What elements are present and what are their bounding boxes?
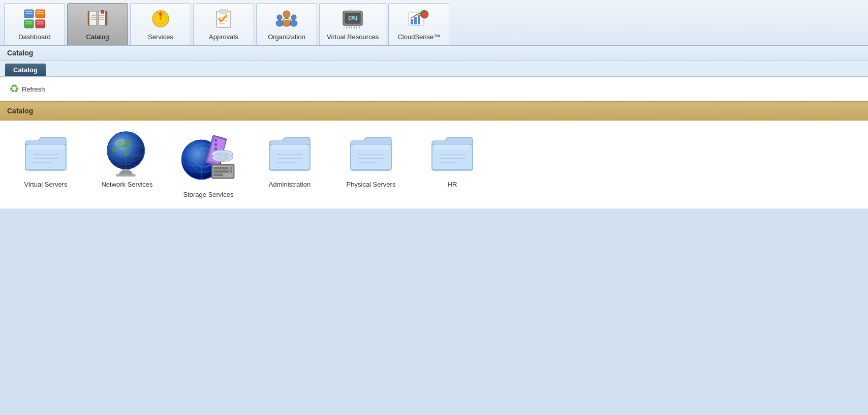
svg-point-95: [221, 157, 224, 159]
svg-rect-58: [411, 19, 413, 24]
nav-label-services: Services: [148, 33, 173, 41]
svg-rect-13: [88, 11, 89, 25]
organization-icon: [274, 7, 299, 31]
nav-btn-catalog[interactable]: Catalog: [67, 3, 128, 45]
tab-catalog[interactable]: Catalog: [5, 64, 46, 76]
svg-rect-51: [346, 26, 347, 28]
svg-rect-48: [354, 10, 355, 12]
svg-rect-11: [37, 23, 44, 24]
nav-label-cloudsense: CloudSense™: [397, 33, 440, 41]
nav-label-dashboard: Dashboard: [18, 33, 51, 41]
svg-rect-52: [349, 26, 350, 28]
svg-point-40: [291, 15, 296, 20]
catalog-item-network-services[interactable]: Network Services: [97, 131, 158, 198]
svg-rect-15: [105, 11, 107, 25]
tab-strip: Catalog: [0, 61, 868, 77]
catalog-item-virtual-servers[interactable]: Virtual Servers: [15, 131, 76, 198]
svg-rect-9: [25, 23, 33, 24]
svg-point-38: [277, 15, 282, 20]
administration-label: Administration: [269, 181, 311, 188]
dashboard-icon: [22, 7, 47, 31]
svg-text:CPU: CPU: [348, 16, 357, 21]
storage-services-label: Storage Services: [183, 191, 234, 198]
svg-rect-7: [37, 13, 44, 14]
catalog-item-storage-services[interactable]: Storage Services: [178, 131, 239, 198]
svg-rect-53: [351, 26, 352, 28]
nav-btn-dashboard[interactable]: Dashboard: [4, 3, 65, 45]
svg-rect-32: [220, 10, 228, 13]
nav-btn-cloudsense[interactable]: CloudSense™: [388, 3, 449, 45]
storage-services-icon: [178, 131, 239, 187]
refresh-icon: ♻: [9, 82, 19, 96]
svg-rect-76: [116, 174, 135, 176]
svg-point-101: [229, 167, 231, 169]
svg-point-36: [283, 11, 290, 18]
administration-icon: [264, 131, 315, 176]
svg-rect-60: [418, 15, 420, 24]
svg-rect-100: [213, 174, 223, 176]
nav-label-organization: Organization: [268, 33, 305, 41]
svg-line-30: [157, 12, 158, 13]
virtual-servers-label: Virtual Servers: [24, 181, 67, 188]
refresh-button[interactable]: ♻ Refresh: [6, 81, 48, 97]
svg-rect-55: [356, 26, 357, 28]
svg-rect-45: [346, 10, 347, 12]
virtual-servers-icon: [20, 131, 71, 176]
nav-btn-services[interactable]: Services: [130, 3, 191, 45]
catalog-item-physical-servers[interactable]: Physical Servers: [340, 131, 401, 198]
top-navigation: Dashboard Catalog: [0, 0, 868, 46]
nav-btn-virtual-resources[interactable]: CPU Virtual Resources: [319, 3, 386, 45]
catalog-section: Catalog: [0, 101, 868, 209]
svg-rect-4: [25, 11, 33, 12]
toolbar: ♻ Refresh: [0, 77, 868, 101]
services-icon: [148, 7, 173, 31]
nav-label-virtual-resources: Virtual Resources: [327, 33, 379, 41]
svg-rect-6: [37, 11, 44, 12]
svg-rect-10: [37, 21, 44, 22]
svg-rect-47: [351, 10, 352, 12]
cloudsense-icon: [407, 7, 431, 31]
svg-rect-8: [25, 21, 33, 22]
svg-rect-59: [414, 17, 417, 24]
page-title: Catalog: [0, 46, 868, 61]
catalog-item-hr[interactable]: HR: [422, 131, 483, 198]
svg-point-27: [159, 13, 162, 16]
network-services-label: Network Services: [101, 181, 152, 188]
nav-btn-approvals[interactable]: Approvals: [193, 3, 254, 45]
svg-rect-49: [356, 10, 357, 12]
catalog-icon: [85, 7, 110, 31]
svg-rect-46: [349, 10, 350, 12]
network-services-icon: [102, 131, 152, 176]
svg-rect-5: [25, 13, 33, 14]
catalog-item-administration[interactable]: Administration: [259, 131, 320, 198]
svg-point-39: [276, 20, 283, 26]
physical-servers-label: Physical Servers: [347, 181, 396, 188]
svg-rect-54: [354, 26, 355, 28]
catalog-items-grid: Virtual Servers: [0, 121, 868, 209]
virtual-resources-icon: CPU: [340, 7, 365, 31]
svg-rect-56: [359, 26, 360, 28]
svg-rect-50: [359, 10, 360, 12]
nav-label-catalog: Catalog: [86, 33, 109, 41]
nav-btn-organization[interactable]: Organization: [256, 3, 317, 45]
catalog-section-header: Catalog: [0, 101, 868, 121]
hr-label: HR: [448, 181, 457, 188]
svg-point-102: [229, 171, 231, 173]
svg-rect-74: [122, 169, 130, 172]
svg-line-29: [163, 12, 164, 13]
hr-icon: [427, 131, 478, 176]
approvals-icon: [211, 7, 236, 31]
nav-label-approvals: Approvals: [209, 33, 238, 41]
svg-point-41: [290, 20, 297, 26]
physical-servers-icon: [346, 131, 396, 176]
